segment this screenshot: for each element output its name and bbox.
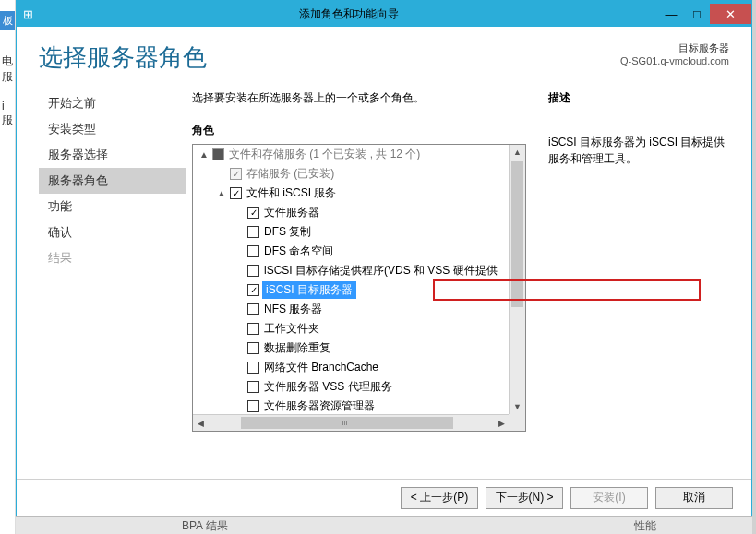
tree-label: iSCSI 目标服务器 — [262, 281, 356, 299]
tree-label: 文件服务器资源管理器 — [262, 398, 377, 414]
description-header: 描述 — [548, 90, 729, 106]
tree-row[interactable]: NFS 服务器 — [193, 300, 509, 319]
nav-step[interactable]: 服务器选择 — [39, 142, 186, 168]
background-statusbar: BPA 结果 性能 — [16, 516, 752, 534]
dest-label: 目标服务器 — [620, 42, 729, 55]
horizontal-scrollbar[interactable]: ◀ ▶ — [193, 414, 509, 431]
scroll-corner — [509, 414, 525, 431]
next-button[interactable]: 下一步(N) > — [486, 487, 563, 509]
tree-row[interactable]: 文件服务器 — [193, 203, 509, 222]
tree-label: 网络文件 BranchCache — [262, 360, 380, 375]
tree-row[interactable]: 存储服务 (已安装) — [193, 164, 509, 184]
bg-status-text: BPA 结果 — [182, 518, 228, 534]
install-button: 安装(I) — [570, 487, 648, 509]
close-button[interactable]: ✕ — [710, 4, 751, 24]
checkbox[interactable] — [247, 323, 259, 335]
tree-row[interactable]: iSCSI 目标服务器 — [193, 280, 509, 300]
previous-button[interactable]: < 上一步(P) — [401, 487, 478, 509]
checkbox[interactable] — [247, 303, 259, 315]
tree-label: 数据删除重复 — [262, 340, 332, 356]
window-title: 添加角色和功能向导 — [39, 6, 658, 22]
vertical-scrollbar[interactable]: ▲ ▼ — [509, 145, 525, 414]
app-icon: ⊞ — [17, 7, 39, 21]
nav-step: 结果 — [39, 245, 186, 271]
tree-label: 文件服务器 VSS 代理服务 — [262, 379, 394, 395]
tree-label: NFS 服务器 — [262, 302, 324, 317]
wizard-window: ⊞ 添加角色和功能向导 — □ ✕ 选择服务器角色 目标服务器 Q-SG01.q… — [16, 0, 752, 516]
checkbox — [230, 168, 242, 180]
checkbox[interactable] — [247, 265, 259, 277]
titlebar[interactable]: ⊞ 添加角色和功能向导 — □ ✕ — [17, 1, 751, 27]
instruction-text: 选择要安装在所选服务器上的一个或多个角色。 — [192, 90, 526, 106]
tree-row[interactable]: iSCSI 目标存储提供程序(VDS 和 VSS 硬件提供 — [193, 261, 509, 280]
tree-label: 文件和 iSCSI 服务 — [245, 185, 338, 201]
bg-text: i 服 — [2, 100, 15, 128]
tree-row[interactable]: 工作文件夹 — [193, 319, 509, 338]
checkbox[interactable] — [247, 284, 259, 296]
tree-row[interactable]: ▲文件和 iSCSI 服务 — [193, 184, 509, 203]
checkbox[interactable] — [247, 400, 259, 412]
minimize-button[interactable]: — — [658, 4, 684, 24]
tree-row[interactable]: 文件服务器资源管理器 — [193, 397, 509, 414]
tree-row[interactable]: DFS 命名空间 — [193, 242, 509, 261]
tree-row[interactable]: 网络文件 BranchCache — [193, 358, 509, 377]
checkbox[interactable] — [247, 226, 259, 238]
tree-label: 存储服务 (已安装) — [245, 166, 336, 182]
bg-status-text: 性能 — [634, 518, 656, 534]
tree-row[interactable]: 文件服务器 VSS 代理服务 — [193, 377, 509, 397]
roles-header: 角色 — [192, 123, 526, 138]
nav-step[interactable]: 功能 — [39, 194, 186, 220]
scroll-left-icon[interactable]: ◀ — [193, 415, 208, 432]
nav-step[interactable]: 确认 — [39, 220, 186, 245]
destination-server: 目标服务器 Q-SG01.q-vmcloud.com — [620, 42, 729, 66]
tree-row[interactable]: ▲文件和存储服务 (1 个已安装 , 共 12 个) — [193, 145, 509, 164]
checkbox[interactable] — [247, 362, 259, 374]
checkbox[interactable] — [230, 187, 242, 199]
checkbox — [212, 148, 224, 160]
tree-label: 工作文件夹 — [262, 321, 321, 337]
nav-step[interactable]: 安装类型 — [39, 116, 186, 142]
scroll-down-icon[interactable]: ▼ — [510, 399, 525, 414]
roles-tree: ▲文件和存储服务 (1 个已安装 , 共 12 个)存储服务 (已安装)▲文件和… — [192, 144, 526, 432]
background-window-edge: 板 电服 i 服 — [0, 0, 16, 534]
expand-icon[interactable]: ▲ — [198, 149, 210, 160]
dest-value: Q-SG01.q-vmcloud.com — [620, 55, 729, 66]
maximize-button[interactable]: □ — [684, 4, 710, 24]
tree-label: 文件服务器 — [262, 205, 321, 220]
page-title: 选择服务器角色 — [39, 42, 207, 74]
checkbox[interactable] — [247, 342, 259, 354]
scroll-thumb[interactable] — [241, 417, 453, 429]
scroll-up-icon[interactable]: ▲ — [510, 145, 525, 160]
tree-label: DFS 命名空间 — [262, 243, 335, 259]
nav-step[interactable]: 服务器角色 — [39, 168, 186, 194]
cancel-button[interactable]: 取消 — [655, 487, 733, 509]
nav-step[interactable]: 开始之前 — [39, 90, 186, 116]
checkbox[interactable] — [247, 207, 259, 219]
expand-icon[interactable]: ▲ — [216, 188, 227, 198]
bg-text: 电服 — [2, 53, 15, 85]
description-text: iSCSI 目标服务器为 iSCSI 目标提供服务和管理工具。 — [548, 134, 729, 167]
scroll-thumb[interactable] — [511, 161, 523, 307]
scroll-right-icon[interactable]: ▶ — [494, 415, 509, 432]
tree-label: 文件和存储服务 (1 个已安装 , 共 12 个) — [227, 147, 422, 162]
button-bar: < 上一步(P) 下一步(N) > 安装(I) 取消 — [17, 479, 751, 516]
checkbox[interactable] — [247, 381, 259, 393]
tree-label: iSCSI 目标存储提供程序(VDS 和 VSS 硬件提供 — [262, 263, 499, 279]
bg-tab: 板 — [0, 11, 15, 30]
wizard-nav: 开始之前安装类型服务器选择服务器角色功能确认结果 — [39, 90, 186, 469]
checkbox[interactable] — [247, 245, 259, 257]
tree-row[interactable]: DFS 复制 — [193, 222, 509, 242]
tree-label: DFS 复制 — [262, 224, 313, 240]
tree-row[interactable]: 数据删除重复 — [193, 338, 509, 358]
